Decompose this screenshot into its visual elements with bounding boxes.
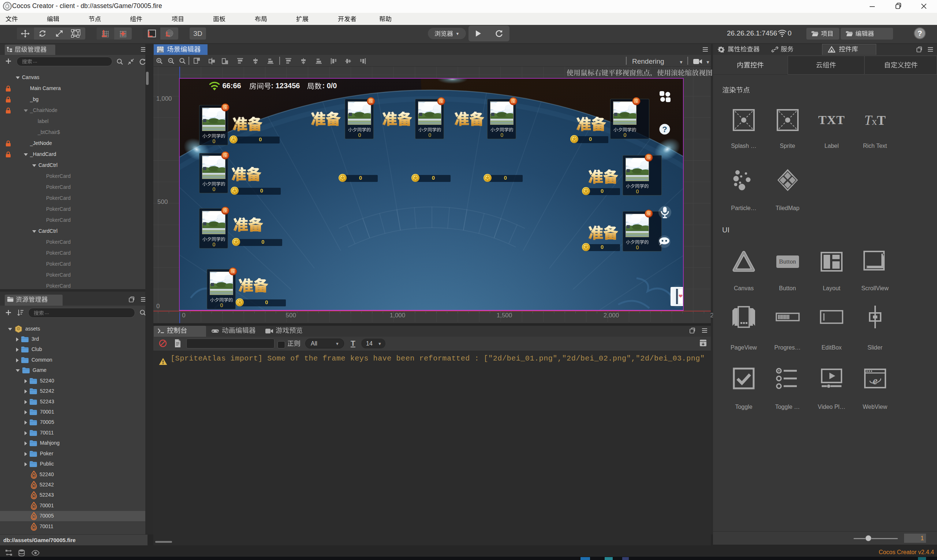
svg-text:e: e xyxy=(872,374,877,386)
svg-text:?: ? xyxy=(662,125,667,134)
svg-text:?: ? xyxy=(918,29,922,37)
